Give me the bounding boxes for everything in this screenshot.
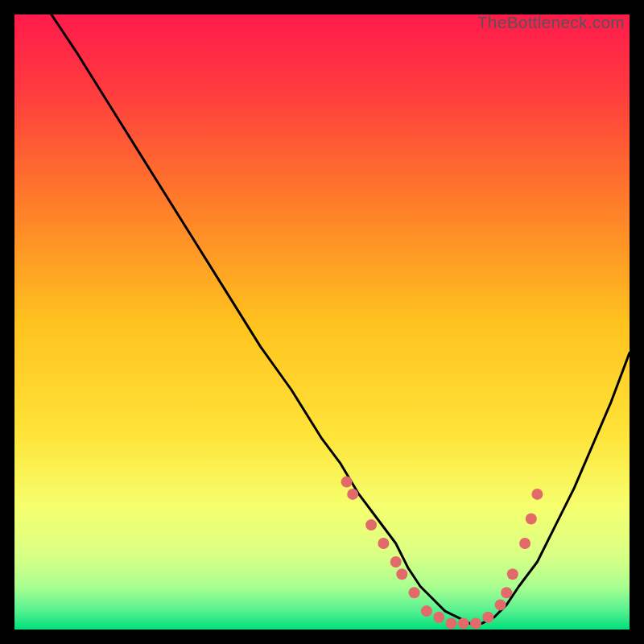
plot-area: TheBottleneck.com [14,14,630,630]
data-point [347,489,358,500]
data-point [378,538,389,549]
data-point [341,477,353,488]
data-point [445,617,456,629]
data-point [501,587,512,598]
data-point [409,587,420,598]
data-point [531,489,543,500]
data-point [390,556,402,568]
data-point [470,617,481,629]
data-point [526,514,537,525]
chart-frame: TheBottleneck.com [14,14,630,630]
data-point [365,519,377,530]
gradient-background [14,14,630,630]
data-point [421,605,432,617]
data-point [458,617,469,629]
data-point [396,568,407,580]
data-point [482,612,493,623]
data-point [495,599,506,610]
data-point [507,568,518,580]
watermark-text: TheBottleneck.com [477,13,625,32]
data-point [433,612,444,623]
data-point [519,538,530,549]
bottleneck-chart [14,14,630,630]
